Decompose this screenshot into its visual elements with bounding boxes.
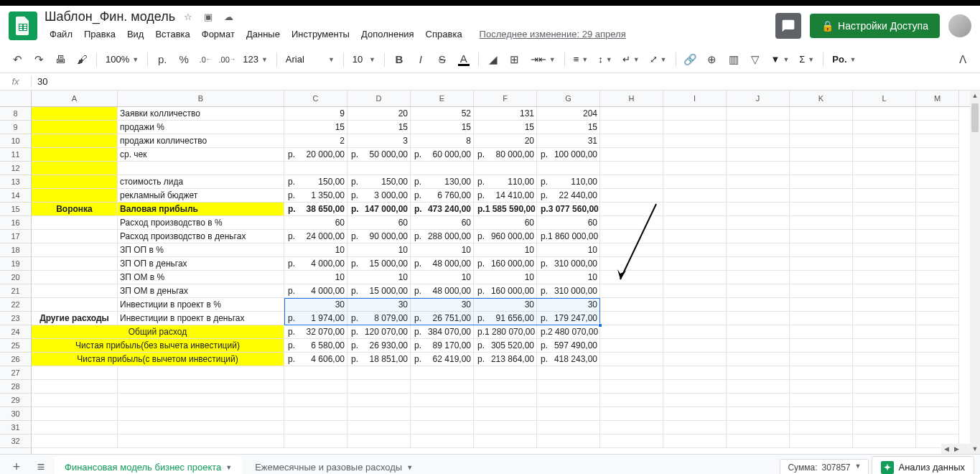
cell[interactable] — [916, 121, 959, 134]
col-header-L[interactable]: L — [853, 90, 916, 106]
cell[interactable] — [853, 366, 916, 380]
row-header[interactable]: 21 — [0, 284, 31, 298]
cell[interactable]: 10 — [284, 271, 347, 284]
cell[interactable]: p.597 490,00 — [537, 339, 600, 353]
cell[interactable]: 15 — [284, 121, 347, 134]
move-icon[interactable]: ▣ — [201, 11, 215, 22]
cell[interactable] — [853, 175, 916, 189]
fill-color-button[interactable]: ◢ — [483, 50, 503, 70]
menu-дополнения[interactable]: Дополнения — [356, 26, 419, 42]
cell[interactable] — [853, 271, 916, 284]
row-header[interactable]: 8 — [0, 107, 31, 121]
cell[interactable]: p.1 974,00 — [284, 312, 347, 325]
cell[interactable] — [411, 434, 474, 448]
cell[interactable]: p.62 419,00 — [411, 353, 474, 366]
cell[interactable] — [727, 380, 790, 394]
cell[interactable] — [916, 380, 959, 394]
cell[interactable] — [32, 134, 118, 148]
cell[interactable] — [790, 162, 853, 175]
row-header[interactable]: 15 — [0, 203, 31, 216]
cell[interactable]: Инвестиции в проект в деньгах — [118, 312, 284, 325]
cell[interactable] — [853, 121, 916, 134]
cell[interactable] — [32, 271, 118, 284]
scroll-thumb[interactable] — [971, 103, 979, 132]
select-all-corner[interactable] — [0, 90, 32, 106]
cell[interactable] — [118, 407, 284, 421]
cell[interactable] — [600, 216, 663, 230]
cell[interactable]: p.26 930,00 — [347, 339, 411, 353]
cell[interactable]: Воронка — [32, 203, 118, 216]
cell[interactable] — [790, 243, 853, 257]
cell[interactable] — [537, 366, 600, 380]
cell[interactable] — [32, 162, 118, 175]
cell[interactable] — [32, 298, 118, 312]
cell[interactable]: p.22 440,00 — [537, 189, 600, 203]
cell[interactable] — [284, 434, 347, 448]
scroll-down-icon[interactable]: ▼ — [970, 444, 980, 454]
cell[interactable] — [118, 421, 284, 434]
cell[interactable]: p.160 000,00 — [474, 284, 537, 298]
cell[interactable] — [916, 298, 959, 312]
cell[interactable] — [790, 366, 853, 380]
row-header[interactable]: 12 — [0, 162, 31, 175]
cell[interactable] — [32, 394, 118, 407]
filter-views-button[interactable]: ▼▼ — [767, 50, 794, 69]
cell[interactable] — [347, 162, 411, 175]
cell[interactable] — [663, 407, 727, 421]
cell[interactable]: 10 — [474, 243, 537, 257]
font-select[interactable]: Arial▼ — [281, 50, 339, 69]
paint-format-button[interactable]: 🖌 — [72, 50, 92, 70]
cell[interactable]: стоимость лида — [118, 175, 284, 189]
cell[interactable] — [790, 148, 853, 162]
cell[interactable] — [853, 148, 916, 162]
col-header-B[interactable]: B — [118, 90, 284, 106]
cell[interactable] — [600, 380, 663, 394]
cell[interactable] — [727, 366, 790, 380]
italic-button[interactable]: I — [411, 50, 431, 70]
cell[interactable] — [727, 121, 790, 134]
cell[interactable] — [916, 216, 959, 230]
cell[interactable]: p.15 000,00 — [347, 284, 411, 298]
cell[interactable] — [790, 407, 853, 421]
cell[interactable] — [727, 148, 790, 162]
cell[interactable]: 10 — [411, 243, 474, 257]
cell[interactable] — [474, 434, 537, 448]
vertical-align-button[interactable]: ↕▼ — [594, 50, 616, 69]
cell[interactable]: 20 — [347, 107, 411, 121]
cell[interactable] — [790, 230, 853, 243]
row-header[interactable]: 31 — [0, 421, 31, 434]
cell[interactable]: p.26 751,00 — [411, 312, 474, 325]
cell[interactable] — [663, 421, 727, 434]
cell[interactable]: 52 — [411, 107, 474, 121]
cell[interactable]: p.1 860 000,00 — [537, 230, 600, 243]
cell[interactable] — [727, 434, 790, 448]
cell[interactable]: p.4 606,00 — [284, 353, 347, 366]
cell[interactable]: ЗП ОП в деньгах — [118, 257, 284, 271]
cell[interactable] — [474, 421, 537, 434]
bold-button[interactable]: B — [389, 50, 409, 70]
cell[interactable] — [537, 394, 600, 407]
cell[interactable] — [600, 271, 663, 284]
cell[interactable]: p.418 243,00 — [537, 353, 600, 366]
cell[interactable]: p.1 585 590,00 — [474, 203, 537, 216]
cell[interactable] — [916, 421, 959, 434]
cloud-icon[interactable]: ☁ — [221, 11, 235, 22]
percent-button[interactable]: % — [174, 50, 194, 70]
cell[interactable]: p.50 000,00 — [347, 148, 411, 162]
cell[interactable]: 60 — [284, 216, 347, 230]
cell[interactable] — [474, 162, 537, 175]
cell[interactable] — [537, 380, 600, 394]
cell[interactable] — [663, 203, 727, 216]
decrease-decimal-button[interactable]: .0← — [195, 50, 215, 70]
cell[interactable]: ср. чек — [118, 148, 284, 162]
cell[interactable] — [347, 407, 411, 421]
cell[interactable]: 31 — [537, 134, 600, 148]
scroll-up-icon[interactable]: ▲ — [970, 90, 980, 101]
cell[interactable] — [347, 434, 411, 448]
cell[interactable] — [411, 366, 474, 380]
cell[interactable] — [284, 394, 347, 407]
text-rotation-button[interactable]: ⤢▼ — [645, 50, 671, 69]
cell[interactable] — [600, 134, 663, 148]
cell[interactable]: 30 — [347, 298, 411, 312]
doc-title[interactable]: Шаблон_Фин. модель — [45, 9, 175, 24]
